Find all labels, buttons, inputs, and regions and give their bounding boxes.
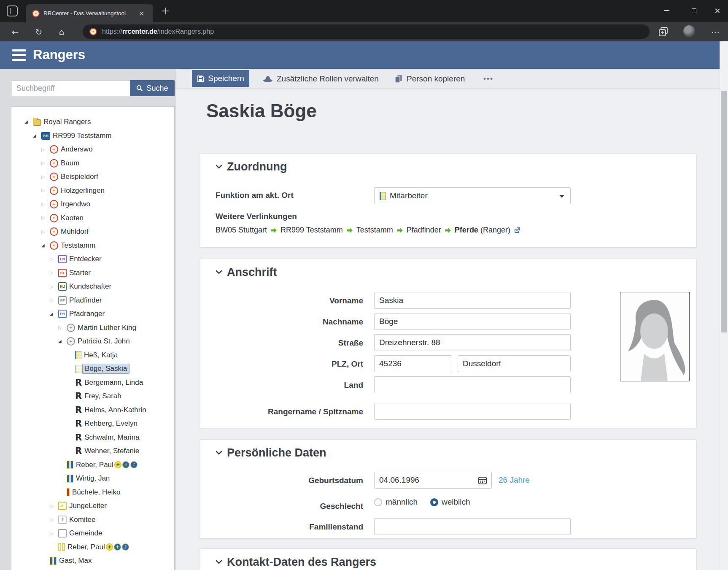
refresh-icon[interactable]: ↻: [31, 22, 46, 41]
tree-expander-icon[interactable]: ▷: [50, 257, 58, 262]
tree-item[interactable]: RHelms, Ann-Kathrin: [11, 403, 174, 417]
field-input-1[interactable]: [374, 313, 571, 330]
manage-roles-button[interactable]: Zusätzliche Rollen verwalten: [263, 69, 379, 89]
tree-expander-icon[interactable]: ◢: [33, 134, 41, 138]
tree-item[interactable]: ▷STStarter: [11, 266, 174, 280]
field-input-2[interactable]: [374, 334, 571, 351]
save-button[interactable]: Speichern: [192, 70, 249, 87]
tree-item[interactable]: ◢✦Patricia St. John: [11, 335, 174, 348]
breadcrumb-item[interactable]: Pfadfinder: [407, 226, 441, 235]
tree-item[interactable]: ▷✦Kaoten: [11, 211, 174, 225]
address-bar[interactable]: ✦ https://rrcenter.de/indexRangers.php: [83, 24, 650, 39]
tree-expander-icon[interactable]: ▷: [50, 504, 58, 508]
tree-item[interactable]: ▷✦Martin Luther King: [11, 321, 174, 335]
toolbar-more-button[interactable]: •••: [483, 69, 493, 89]
tree-item[interactable]: Reber, Paul✚✝♪: [11, 458, 174, 472]
tree-item[interactable]: Büchele, Heiko: [11, 486, 174, 500]
tree-item[interactable]: RSchwalm, Marina: [11, 431, 174, 445]
tree-item[interactable]: Reber, Paul✚✝♪: [11, 540, 174, 554]
breadcrumb-item[interactable]: BW05 Stuttgart: [216, 226, 267, 235]
tree-item[interactable]: ▷JLJungeLeiter: [11, 499, 174, 513]
tree-expander-icon[interactable]: ▷: [50, 298, 58, 303]
tree-expander-icon[interactable]: ▷: [41, 202, 50, 207]
tree-expander-icon[interactable]: ◢: [24, 120, 33, 124]
familienstand-input[interactable]: [374, 518, 571, 535]
window-close-button[interactable]: [707, 0, 727, 21]
copy-person-button[interactable]: Person kopieren: [394, 69, 465, 89]
tree-expander-icon[interactable]: ◢: [58, 339, 67, 343]
tree-expander-icon[interactable]: ▷: [50, 284, 58, 289]
tree-item[interactable]: ◢Royal Rangers: [11, 115, 174, 129]
radio-männlich[interactable]: [374, 498, 382, 506]
section-header-kontakt[interactable]: Kontakt-Daten des Rangers: [216, 556, 376, 569]
field-input-4[interactable]: [374, 376, 571, 393]
tree-expander-icon[interactable]: ▷: [58, 325, 67, 330]
tree-expander-icon[interactable]: ▷: [50, 270, 58, 275]
tree-expander-icon[interactable]: ▷: [41, 188, 50, 193]
new-tab-button[interactable]: +: [161, 5, 170, 16]
tree-item[interactable]: RBergemann, Linda: [11, 376, 174, 390]
tree-item[interactable]: ▷✦Holzgerlingen: [11, 184, 174, 198]
tab-close-icon[interactable]: ×: [139, 10, 144, 17]
tree-item[interactable]: ▷✦Mühldorf: [11, 225, 174, 239]
funktion-select[interactable]: Mitarbeiter: [374, 187, 571, 204]
tree-expander-icon[interactable]: ▷: [41, 175, 50, 179]
tree-expander-icon[interactable]: ▷: [41, 216, 50, 220]
breadcrumb-item[interactable]: RR999 Teststamm: [280, 226, 343, 235]
tree-item[interactable]: ◢RRRR999 Teststamm: [11, 129, 174, 143]
tab-actions-icon[interactable]: [7, 5, 18, 16]
field-input-5[interactable]: [374, 403, 571, 420]
tree-item[interactable]: ▷Gemeinde: [11, 527, 174, 540]
tree-item[interactable]: ◢PRPfadranger: [11, 307, 174, 321]
ort-input[interactable]: [458, 355, 571, 372]
tree-expander-icon[interactable]: ▷: [50, 517, 58, 522]
tree-item[interactable]: ▷KUKundschafter: [11, 280, 174, 294]
section-header-zuordnung[interactable]: Zuordnung: [216, 160, 287, 173]
tree-item[interactable]: RWehner, Stefanie: [11, 444, 174, 458]
home-icon[interactable]: ⌂: [54, 22, 69, 41]
field-input-0[interactable]: [374, 292, 571, 309]
tree-item[interactable]: ▷✝Komitee: [11, 513, 174, 527]
tree-expander-icon[interactable]: ◢: [50, 312, 58, 316]
window-minimize-button[interactable]: [657, 0, 677, 21]
window-maximize-button[interactable]: [684, 0, 704, 21]
external-link-icon[interactable]: [514, 227, 521, 234]
plz-input[interactable]: [374, 355, 452, 372]
search-input[interactable]: [12, 80, 130, 96]
geburtsdatum-input[interactable]: [374, 472, 492, 489]
tree-item[interactable]: ▷ENEntdecker: [11, 252, 174, 266]
tree-expander-icon[interactable]: ◢: [41, 243, 50, 248]
tree-expander-icon[interactable]: ▷: [50, 531, 58, 536]
tree-item[interactable]: Heß, Katja: [11, 348, 174, 362]
collections-icon[interactable]: [657, 25, 670, 38]
tree-item[interactable]: Wirtig, Jan: [11, 472, 174, 486]
section-header-anschrift[interactable]: Anschrift: [216, 266, 277, 279]
browser-profile-avatar[interactable]: [683, 25, 695, 37]
tree-item[interactable]: RRehberg, Evelyn: [11, 417, 174, 431]
browser-tab[interactable]: ✦ RRCenter - Das Verwaltungstool ×: [26, 4, 153, 22]
tree-item[interactable]: ▷✦Baum: [11, 157, 174, 170]
tree-expander-icon[interactable]: ▷: [41, 147, 50, 152]
tree-item[interactable]: ▷✦Anderswo: [11, 143, 174, 157]
profile-photo[interactable]: [620, 292, 690, 381]
tree-expander-icon[interactable]: ▷: [41, 230, 50, 234]
section-header-personal[interactable]: Persönliche Daten: [216, 446, 326, 459]
browser-menu-icon[interactable]: ⋯: [707, 22, 724, 41]
tree-item[interactable]: ▷PFPfadfinder: [11, 294, 174, 308]
tree-item[interactable]: ◢✦Teststamm: [11, 239, 174, 253]
search-button[interactable]: Suche: [130, 80, 175, 96]
calendar-icon[interactable]: [478, 475, 487, 486]
hamburger-menu-icon[interactable]: [12, 49, 26, 61]
age-link[interactable]: 26 Jahre: [499, 475, 530, 485]
tree-item[interactable]: Gast, Max: [11, 554, 174, 568]
tree-item[interactable]: Böge, Saskia: [11, 362, 174, 376]
tree-item[interactable]: RFrey, Sarah: [11, 389, 174, 403]
page-scrollbar[interactable]: [720, 41, 728, 570]
tree-item[interactable]: ▷✦Irgendwo: [11, 197, 174, 211]
breadcrumb-item[interactable]: Teststamm: [356, 226, 393, 235]
radio-weiblich[interactable]: [430, 498, 438, 506]
back-icon[interactable]: ←: [8, 22, 23, 41]
scrollbar-thumb[interactable]: [721, 91, 727, 332]
tree-expander-icon[interactable]: ▷: [41, 161, 50, 165]
tree-item[interactable]: ▷✦Beispieldorf: [11, 170, 174, 184]
